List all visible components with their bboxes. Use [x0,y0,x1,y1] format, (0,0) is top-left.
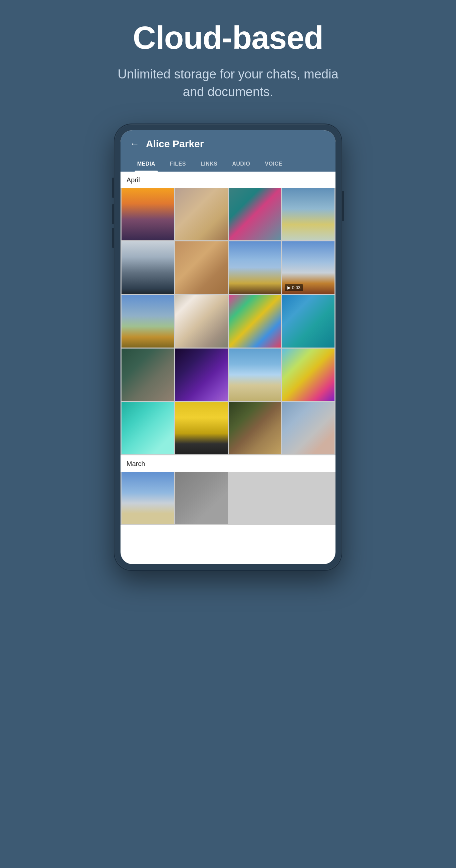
header-nav: ← Alice Parker [130,138,326,156]
photo-item[interactable] [175,241,227,294]
tab-files[interactable]: FILES [162,156,193,172]
photo-item[interactable] [122,402,174,454]
app-header: ← Alice Parker MEDIA FILES LINKS AUDIO V… [121,130,335,172]
tab-media[interactable]: MEDIA [130,156,162,172]
contact-name-title: Alice Parker [146,138,204,150]
video-duration-badge: ▶ 0:03 [285,284,303,291]
photo-item[interactable] [282,402,334,454]
hero-subtitle: Unlimited storage for your chats, media … [111,65,345,101]
photo-item[interactable] [229,241,281,294]
tabs-row: MEDIA FILES LINKS AUDIO VOICE [130,156,326,172]
photo-item[interactable] [175,188,227,240]
photo-item[interactable] [122,295,174,347]
photo-item[interactable] [282,348,334,401]
photo-item[interactable] [175,402,227,454]
photo-item[interactable] [229,295,281,347]
video-duration: 0:03 [292,285,300,290]
photo-item[interactable] [122,241,174,294]
phone-screen: ← Alice Parker MEDIA FILES LINKS AUDIO V… [121,130,335,564]
photo-item[interactable] [229,348,281,401]
month-label-april: April [121,172,335,188]
tab-links[interactable]: LINKS [193,156,225,172]
photo-item[interactable] [229,402,281,454]
media-content: April ▶ 0:03 [121,172,335,525]
back-button[interactable]: ← [130,138,139,149]
photo-item[interactable] [175,472,227,524]
photo-item[interactable] [282,188,334,240]
photo-grid-april: ▶ 0:03 [121,188,335,455]
photo-item[interactable] [175,348,227,401]
photo-item[interactable] [175,295,227,347]
month-label-march: March [121,455,335,472]
photo-grid-march [121,472,335,525]
tab-audio[interactable]: AUDIO [225,156,257,172]
photo-item[interactable] [122,472,174,524]
phone-mockup: ← Alice Parker MEDIA FILES LINKS AUDIO V… [115,124,341,570]
play-icon: ▶ [287,285,291,290]
photo-item[interactable] [122,188,174,240]
phone-frame: ← Alice Parker MEDIA FILES LINKS AUDIO V… [115,124,341,570]
photo-item[interactable] [229,188,281,240]
photo-item[interactable] [282,295,334,347]
tab-voice[interactable]: VOICE [257,156,290,172]
photo-item[interactable] [122,348,174,401]
page-title: Cloud-based [133,20,323,55]
video-item[interactable]: ▶ 0:03 [282,241,334,294]
